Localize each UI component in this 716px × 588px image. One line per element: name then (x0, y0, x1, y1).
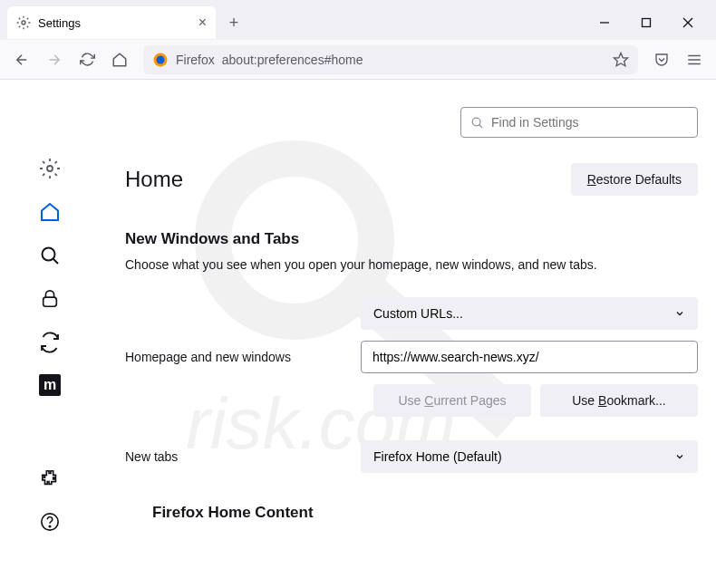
find-in-settings-box[interactable] (460, 107, 698, 138)
svg-point-19 (472, 118, 480, 126)
search-icon (470, 116, 484, 130)
menu-button[interactable] (680, 45, 709, 74)
sidebar-general-icon[interactable] (38, 157, 62, 180)
home-button[interactable] (105, 45, 134, 74)
homepage-label: Homepage and new windows (125, 350, 361, 364)
tab-title: Settings (38, 16, 81, 30)
url-text: about:preferences#home (222, 53, 363, 67)
firefox-logo-icon (152, 52, 169, 68)
chevron-down-icon (674, 308, 685, 319)
sidebar-sync-icon[interactable] (38, 331, 62, 354)
identity-label: Firefox (176, 53, 215, 67)
address-bar[interactable]: Firefox about:preferences#home (143, 45, 638, 74)
newtabs-dropdown-label: Firefox Home (Default) (373, 449, 502, 464)
homepage-dropdown[interactable]: Custom URLs... (361, 297, 698, 330)
newtabs-dropdown[interactable]: Firefox Home (Default) (361, 440, 698, 473)
sidebar-more-icon[interactable]: m (39, 374, 61, 396)
svg-marker-9 (614, 53, 628, 65)
newtabs-label: New tabs (125, 449, 361, 464)
section-windows-tabs-desc: Choose what you see when you open your h… (125, 257, 698, 272)
svg-point-18 (49, 525, 50, 526)
sidebar-privacy-icon[interactable] (38, 287, 62, 311)
sidebar-search-icon[interactable] (38, 244, 62, 267)
restore-defaults-button[interactable]: Restore Defaults (571, 163, 698, 196)
main-panel: Home Restore Defaults New Windows and Ta… (100, 80, 716, 588)
sidebar: m (0, 80, 100, 588)
reload-button[interactable] (73, 45, 102, 74)
svg-point-14 (43, 248, 55, 261)
homepage-dropdown-label: Custom URLs... (373, 306, 463, 321)
page-title: Home (125, 167, 183, 192)
titlebar: Settings × + (0, 0, 716, 40)
svg-point-8 (157, 55, 165, 63)
find-in-settings-input[interactable] (491, 115, 688, 130)
close-window-button[interactable] (667, 8, 709, 37)
back-button[interactable] (7, 45, 36, 74)
svg-rect-4 (643, 19, 651, 27)
minimize-button[interactable] (584, 8, 625, 37)
use-current-pages-button[interactable]: Use Current Pages (373, 384, 531, 417)
new-tab-button[interactable]: + (219, 8, 248, 37)
sidebar-home-icon[interactable] (38, 200, 62, 224)
svg-line-20 (479, 124, 482, 127)
maximize-button[interactable] (625, 8, 667, 37)
window-controls (584, 8, 709, 37)
svg-point-13 (47, 166, 53, 171)
homepage-url-input[interactable] (361, 341, 698, 373)
forward-button[interactable] (40, 45, 69, 74)
section-home-content-title: Firefox Home Content (152, 504, 698, 522)
content-area: m Home Restore Defaults New Windows and … (0, 80, 716, 588)
gear-icon (16, 15, 31, 30)
pocket-button[interactable] (647, 45, 676, 74)
svg-line-15 (53, 259, 59, 265)
sidebar-help-icon[interactable] (38, 510, 62, 534)
close-tab-icon[interactable]: × (198, 15, 207, 30)
toolbar: Firefox about:preferences#home (0, 40, 716, 80)
section-windows-tabs-title: New Windows and Tabs (125, 230, 698, 248)
svg-rect-16 (44, 297, 57, 306)
browser-tab[interactable]: Settings × (7, 6, 216, 39)
use-bookmark-button[interactable]: Use Bookmark... (540, 384, 698, 417)
bookmark-star-icon[interactable] (613, 52, 629, 68)
chevron-down-icon (674, 451, 685, 462)
svg-point-2 (22, 21, 25, 24)
sidebar-extensions-icon[interactable] (38, 467, 62, 490)
